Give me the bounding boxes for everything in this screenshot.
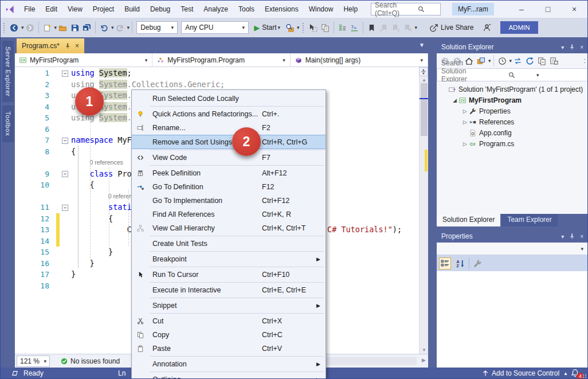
redo-dropdown[interactable]: ▾: [127, 25, 130, 30]
context-menu-item-view-call-hierarchy[interactable]: View Call HierarchyCtrl+K, Ctrl+T: [132, 221, 326, 235]
toolbar-grip[interactable]: [3, 22, 6, 33]
properties-object-dropdown[interactable]: ▾: [437, 243, 588, 255]
open-file-icon[interactable]: [57, 22, 69, 33]
menu-item-build[interactable]: Build: [119, 3, 145, 15]
code-row[interactable]: 2using System.Collections.Generic;: [15, 79, 416, 91]
vertical-scrollbar[interactable]: ▲ ▼: [419, 67, 428, 354]
context-menu-item-copy[interactable]: CopyCtrl+C: [132, 328, 326, 342]
context-menu-item-annotation[interactable]: Annotation▶: [132, 357, 326, 371]
pin-icon[interactable]: [64, 42, 71, 49]
feedback-icon[interactable]: [483, 24, 491, 32]
maximize-button[interactable]: □: [535, 1, 561, 18]
menu-item-test[interactable]: Test: [175, 3, 198, 15]
chevron-down-icon[interactable]: ▾: [420, 57, 423, 63]
redo-icon[interactable]: [114, 22, 126, 33]
vertical-tab-toolbox[interactable]: Toolbox: [2, 106, 14, 142]
context-menu-item-quick-actions-and-refactorings[interactable]: Quick Actions and Refactorings...Ctrl+.: [132, 107, 326, 121]
close-button[interactable]: ×: [561, 1, 587, 18]
pin-icon[interactable]: [569, 233, 575, 240]
context-menu-item-go-to-definition[interactable]: Go To DefinitionF12: [132, 180, 326, 194]
find-in-files-icon[interactable]: [284, 22, 296, 33]
decrease-indent-icon[interactable]: [336, 22, 348, 33]
document-list-dropdown[interactable]: ▼: [419, 42, 425, 48]
pending-changes-filter-icon[interactable]: [496, 56, 508, 67]
collapsed-arrow-icon[interactable]: ▷: [461, 108, 469, 114]
breadcrumb-myfirstprogram-program[interactable]: MyFirstProgram.Program▾: [152, 53, 290, 67]
solution-configuration-dropdown[interactable]: Debug▾: [136, 21, 178, 34]
collapse-toggle-icon[interactable]: −: [62, 205, 68, 211]
tab-close-icon[interactable]: ×: [75, 42, 79, 50]
solution-platform-dropdown[interactable]: Any CPU▾: [181, 21, 249, 34]
chevron-down-icon[interactable]: ▾: [283, 57, 285, 63]
menu-item-project[interactable]: Project: [88, 3, 119, 15]
sync-with-active-document-icon[interactable]: [512, 56, 524, 67]
undo-icon[interactable]: [98, 22, 110, 33]
search-icon[interactable]: [488, 72, 535, 79]
previous-bookmark-icon[interactable]: [378, 22, 390, 33]
codelens-references[interactable]: 0 references: [15, 157, 123, 169]
menu-item-extensions[interactable]: Extensions: [260, 3, 304, 15]
context-menu-item-snippet[interactable]: Snippet▶: [132, 299, 326, 312]
properties-close-icon[interactable]: ×: [580, 233, 583, 240]
chevron-down-icon[interactable]: ▾: [145, 57, 148, 63]
collapse-toggle-icon[interactable]: −: [62, 171, 68, 177]
splitter-handle[interactable]: [419, 67, 428, 76]
tree-item-app-config[interactable]: App.config: [437, 127, 588, 138]
property-pages-icon[interactable]: [472, 258, 484, 269]
breadcrumb-main-string-args[interactable]: Main(string[] args)▾: [291, 53, 428, 67]
live-share-button[interactable]: Live Share: [428, 24, 473, 32]
admin-account-button[interactable]: ADMIN: [500, 21, 538, 34]
navigate-forward-icon[interactable]: [24, 22, 36, 33]
switch-views-dropdown[interactable]: ▾: [488, 58, 491, 64]
code-row[interactable]: 1−using System;: [15, 68, 416, 79]
toolbar-overflow-dropdown[interactable]: ▾: [415, 25, 418, 30]
breadcrumb-myfirstprogram[interactable]: C#MyFirstProgram▾: [15, 53, 152, 67]
refresh-icon[interactable]: [524, 56, 536, 67]
minimize-button[interactable]: –: [508, 1, 535, 18]
issues-indicator[interactable]: No issues found: [58, 357, 120, 365]
solution-explorer-search-box[interactable]: Search Solution Explorer (Ctrl+;) ▾: [437, 68, 588, 81]
find-dropdown[interactable]: ▾: [297, 25, 300, 30]
expanded-arrow-icon[interactable]: ◢: [450, 97, 459, 103]
clear-bookmarks-icon[interactable]: [402, 22, 414, 33]
tree-item-properties[interactable]: ▷Properties: [437, 106, 588, 116]
tree-item-myfirstprogram[interactable]: ◢C#MyFirstProgram: [437, 95, 588, 106]
collapse-toggle-icon[interactable]: −: [62, 138, 68, 144]
context-menu-item-breakpoint[interactable]: Breakpoint▶: [132, 252, 326, 266]
alphabetical-sort-icon[interactable]: AZ: [454, 258, 467, 269]
properties-options-dropdown[interactable]: ▾: [561, 233, 564, 240]
collapse-toggle-icon[interactable]: −: [62, 71, 68, 77]
scroll-right-icon[interactable]: ▶: [422, 357, 426, 363]
scroll-up-icon[interactable]: ▲: [420, 77, 428, 83]
panel-options-dropdown[interactable]: ▾: [561, 44, 564, 50]
quick-search-box[interactable]: Search (Ctrl+Q): [371, 3, 441, 15]
tree-item-solution-myfirstprogram-1-of-1-project[interactable]: Solution 'MyFirstProgram' (1 of 1 projec…: [437, 84, 588, 95]
context-menu-item-remove-and-sort-usings[interactable]: Remove and Sort UsingsCtrl+R, Ctrl+G: [132, 135, 326, 149]
save-all-icon[interactable]: [81, 22, 93, 33]
search-icon[interactable]: [406, 6, 437, 13]
select-tool-icon[interactable]: [307, 22, 319, 33]
toolbar-grip-2[interactable]: [302, 22, 305, 33]
context-menu-item-cut[interactable]: CutCtrl+X: [132, 314, 326, 328]
context-menu-item-paste[interactable]: PasteCtrl+V: [132, 342, 326, 355]
context-menu-item-go-to-implementation[interactable]: Go To ImplementationCtrl+F12: [132, 194, 326, 208]
next-bookmark-icon[interactable]: [390, 22, 402, 33]
categorized-view-icon[interactable]: [439, 257, 451, 269]
context-menu-item-outlining[interactable]: Outlining▶: [132, 373, 326, 379]
start-debugging-button[interactable]: ▶ Start ▾: [254, 24, 280, 32]
paste-special-icon[interactable]: [319, 22, 331, 33]
menu-item-edit[interactable]: Edit: [40, 3, 62, 15]
context-menu-item-rename[interactable]: Rename...F2: [132, 121, 326, 135]
navigate-back-icon[interactable]: [8, 22, 20, 33]
menu-item-help[interactable]: Help: [338, 3, 363, 15]
tab-team-explorer[interactable]: Team Explorer: [501, 214, 557, 226]
zoom-level-dropdown[interactable]: 121 %▾: [17, 355, 50, 367]
menu-item-tools[interactable]: Tools: [233, 3, 260, 15]
collapsed-arrow-icon[interactable]: ▷: [461, 119, 469, 125]
vertical-tab-server-explorer[interactable]: Server Explorer: [2, 41, 14, 102]
collapse-all-icon[interactable]: [536, 56, 548, 67]
context-menu-item-run-to-cursor[interactable]: Run To CursorCtrl+F10: [132, 268, 326, 282]
add-to-source-control[interactable]: Add to Source Control ▲: [482, 369, 568, 377]
new-project-icon[interactable]: [41, 22, 53, 33]
document-tab-program-cs[interactable]: Program.cs* ×: [17, 38, 84, 53]
